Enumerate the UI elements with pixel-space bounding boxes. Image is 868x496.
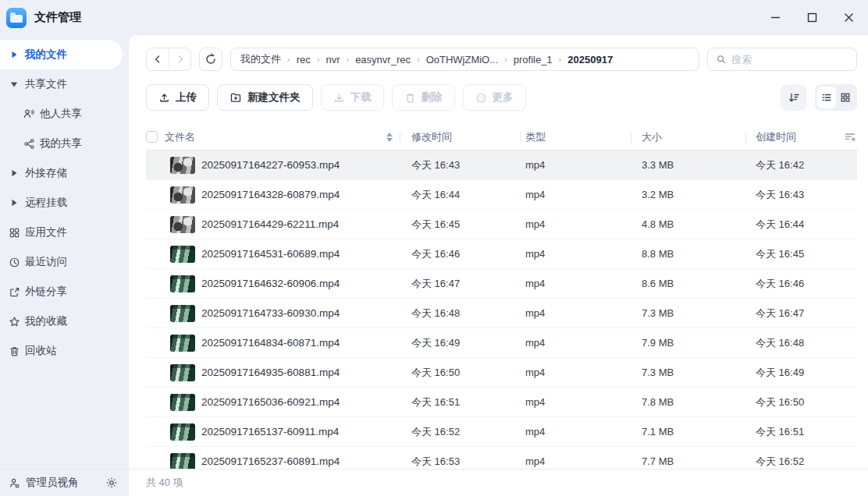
breadcrumb-item[interactable]: nvr [326, 54, 340, 66]
select-all-checkbox[interactable] [146, 131, 158, 143]
file-type: mp4 [520, 278, 631, 289]
sidebar-item-my-files[interactable]: 我的文件 [0, 40, 123, 69]
sidebar-item-remote-mount[interactable]: 远程挂载 [0, 188, 129, 218]
table-row[interactable]: 20250917164834-60871.mp4 今天 16:49 mp4 7.… [146, 328, 857, 358]
video-thumbnail [170, 305, 195, 322]
file-created-time: 今天 16:49 [745, 366, 857, 380]
file-created-time: 今天 16:51 [745, 425, 857, 439]
video-thumbnail [170, 453, 195, 469]
breadcrumb-item[interactable]: profile_1 [514, 54, 553, 66]
refresh-button[interactable] [199, 48, 222, 71]
breadcrumb: 我的文件› rec› nvr› easynvr_rec› OoTHWjZMiO.… [230, 48, 699, 71]
table-row[interactable]: 20250917165036-60921.mp4 今天 16:51 mp4 7.… [146, 388, 857, 417]
folder-plus-icon [229, 91, 242, 104]
table-row[interactable]: 20250917165237-60891.mp4 今天 16:53 mp4 7.… [146, 447, 857, 469]
sort-order-button[interactable] [781, 84, 807, 111]
minimize-icon[interactable] [763, 6, 787, 30]
file-name: 20250917164531-60689.mp4 [201, 248, 340, 260]
table-row[interactable]: 20250917165137-60911.mp4 今天 16:52 mp4 7.… [146, 417, 857, 447]
new-folder-button[interactable]: 新建文件夹 [217, 84, 313, 111]
table-row[interactable]: 20250917164632-60906.mp4 今天 16:47 mp4 8.… [146, 269, 857, 299]
table-row[interactable]: 20250917164733-60930.mp4 今天 16:48 mp4 7.… [146, 299, 857, 328]
sidebar-item-external-storage[interactable]: 外接存储 [0, 158, 129, 188]
table-row[interactable]: 20250917164227-60953.mp4 今天 16:43 mp4 3.… [146, 151, 857, 180]
file-name: 20250917164227-60953.mp4 [201, 159, 340, 171]
video-thumbnail [170, 216, 195, 233]
sidebar-item-link-share[interactable]: 外链分享 [0, 277, 129, 306]
file-type: mp4 [520, 337, 631, 349]
table-row[interactable]: 20250917164935-60881.mp4 今天 16:50 mp4 7.… [146, 358, 857, 388]
sidebar-item-shared-files[interactable]: 共享文件 [0, 69, 129, 99]
file-list: 20250917164227-60953.mp4 今天 16:43 mp4 3.… [129, 151, 868, 469]
breadcrumb-item[interactable]: easynvr_rec [355, 54, 411, 66]
file-name: 20250917164834-60871.mp4 [201, 337, 340, 349]
admin-view-label[interactable]: 管理员视角 [26, 476, 79, 490]
search-input[interactable] [731, 54, 848, 66]
external-share-icon [8, 285, 20, 298]
video-thumbnail [170, 394, 195, 411]
sidebar-item-favorites[interactable]: 我的收藏 [0, 306, 129, 336]
file-size: 4.8 MB [631, 218, 745, 230]
file-name: 20250917164429-62211.mp4 [201, 218, 339, 230]
file-size: 8.6 MB [631, 278, 745, 289]
file-modified-time: 今天 16:53 [400, 455, 520, 469]
app-title: 文件管理 [34, 10, 81, 25]
upload-button[interactable]: 上传 [146, 84, 209, 111]
file-created-time: 今天 16:46 [745, 277, 857, 291]
sidebar-item-app-files[interactable]: 应用文件 [0, 218, 129, 247]
column-size[interactable]: 大小 [631, 130, 745, 144]
breadcrumb-item[interactable]: 我的文件 [240, 52, 281, 66]
caret-right-icon [8, 197, 20, 209]
back-button[interactable] [147, 48, 169, 70]
file-size: 3.3 MB [631, 159, 745, 171]
sidebar-item-my-shares[interactable]: 我的共享 [0, 129, 129, 158]
file-modified-time: 今天 16:48 [400, 306, 520, 321]
table-row[interactable]: 20250917164531-60689.mp4 今天 16:46 mp4 8.… [146, 239, 857, 269]
breadcrumb-item[interactable]: OoTHWjZMiO... [426, 54, 498, 66]
share-nodes-icon [23, 137, 35, 150]
delete-button[interactable]: 删除 [392, 84, 455, 111]
column-created[interactable]: 创建时间 [745, 130, 835, 144]
file-type: mp4 [520, 189, 631, 200]
file-size: 7.3 MB [631, 307, 745, 319]
grid-view-icon [840, 92, 851, 103]
column-type[interactable]: 类型 [520, 130, 631, 144]
file-size: 7.3 MB [631, 367, 745, 378]
name-sort-icon[interactable] [386, 133, 393, 142]
more-button[interactable]: 更多 [463, 84, 526, 111]
column-modified[interactable]: 修改时间 [400, 130, 520, 144]
view-toggle [815, 84, 857, 111]
column-settings-icon[interactable] [835, 130, 857, 143]
trash-icon [8, 345, 20, 357]
sidebar-item-recent[interactable]: 最近访问 [0, 247, 129, 277]
list-view-button[interactable] [817, 87, 836, 108]
file-size: 7.9 MB [631, 337, 745, 349]
settings-gear-icon[interactable] [105, 477, 118, 489]
sidebar-item-shared-by-others[interactable]: 他人共享 [0, 99, 129, 129]
clock-icon [8, 256, 20, 268]
grid-view-button[interactable] [836, 87, 855, 108]
table-row[interactable]: 20250917164429-62211.mp4 今天 16:45 mp4 4.… [146, 210, 857, 239]
upload-icon [158, 92, 170, 104]
breadcrumb-item[interactable]: rec [297, 54, 311, 66]
close-icon[interactable] [837, 6, 860, 30]
sort-descending-icon [788, 91, 800, 104]
breadcrumb-item-current[interactable]: 20250917 [567, 54, 613, 66]
sidebar-item-recycle-bin[interactable]: 回收站 [0, 336, 129, 366]
item-count: 共 40 项 [146, 476, 183, 490]
file-type: mp4 [520, 248, 631, 260]
app-folder-icon [6, 8, 27, 28]
download-button[interactable]: 下载 [321, 84, 384, 111]
file-modified-time: 今天 16:44 [400, 188, 520, 202]
file-name: 20250917164632-60906.mp4 [201, 278, 340, 289]
file-created-time: 今天 16:50 [745, 395, 857, 409]
maximize-icon[interactable] [800, 6, 824, 30]
file-modified-time: 今天 16:45 [400, 218, 520, 232]
file-size: 7.1 MB [631, 426, 745, 438]
forward-button[interactable] [169, 48, 190, 70]
person-share-icon [23, 108, 35, 120]
column-name: 文件名 [146, 130, 400, 144]
video-thumbnail [170, 246, 195, 263]
status-bar: 共 40 项 [129, 469, 868, 496]
table-row[interactable]: 20250917164328-60879.mp4 今天 16:44 mp4 3.… [146, 180, 857, 210]
